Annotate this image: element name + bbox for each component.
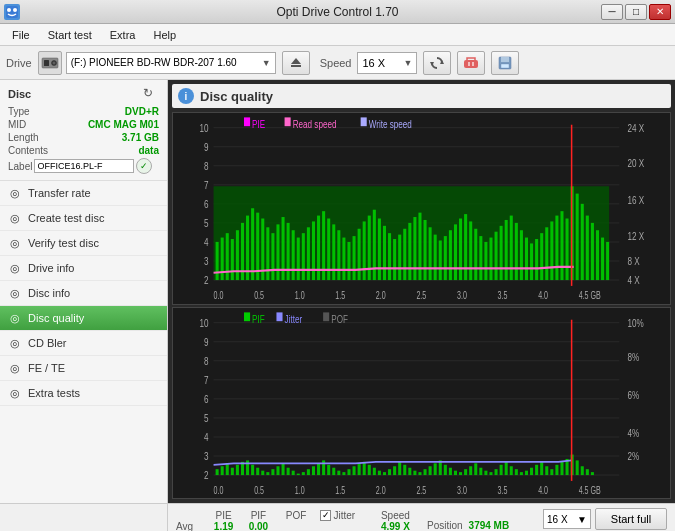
svg-rect-228 [550,469,553,475]
svg-rect-230 [560,461,563,474]
disc-refresh-button[interactable]: ↻ [143,86,159,102]
svg-rect-90 [454,224,457,280]
disc-length-label: Length [8,132,39,143]
svg-rect-134 [285,117,291,126]
sidebar-item-fe-te[interactable]: ◎ FE / TE [0,356,167,381]
svg-rect-200 [408,467,411,474]
svg-rect-194 [378,470,381,474]
sidebar-item-disc-quality[interactable]: ◎ Disc quality [0,306,167,331]
svg-rect-189 [353,466,356,475]
svg-rect-191 [363,461,366,474]
pie-column-header: PIE [206,510,241,521]
chart2-wrapper: 10 9 8 7 6 5 4 3 2 10% 8% 6% 4% 2% [172,307,671,500]
svg-text:0.0: 0.0 [214,290,224,302]
sidebar-item-disc-info[interactable]: ◎ Disc info [0,281,167,306]
svg-rect-45 [226,233,229,280]
svg-text:4%: 4% [627,426,639,439]
svg-rect-102 [515,223,518,280]
disc-label-input[interactable] [34,159,134,173]
speed-dropdown[interactable]: 16 X ▼ [357,52,417,74]
sidebar-item-transfer-rate[interactable]: ◎ Transfer rate [0,181,167,206]
svg-rect-185 [332,467,335,474]
svg-rect-116 [586,216,589,280]
speed-label: Speed [320,57,352,69]
svg-text:4: 4 [204,236,209,249]
close-button[interactable]: ✕ [649,4,671,20]
disc-contents-label: Contents [8,145,48,156]
svg-rect-55 [276,224,279,280]
svg-rect-99 [500,226,503,280]
extra-tests-icon: ◎ [8,386,22,400]
erase-button[interactable] [457,51,485,75]
svg-rect-169 [251,464,254,474]
svg-rect-111 [560,211,563,280]
svg-rect-225 [535,464,538,474]
drive-label: Drive [6,57,32,69]
svg-rect-188 [347,469,350,475]
svg-text:6%: 6% [627,388,639,401]
svg-text:4: 4 [204,430,209,443]
sidebar-item-label: Disc info [28,287,70,299]
svg-rect-177 [292,470,295,474]
sidebar-item-verify-test-disc[interactable]: ◎ Verify test disc [0,231,167,256]
minimize-button[interactable]: ─ [601,4,623,20]
svg-text:4.0: 4.0 [538,290,548,302]
svg-text:2.5: 2.5 [416,290,426,302]
sidebar-item-create-test-disc[interactable]: ◎ Create test disc [0,206,167,231]
svg-rect-86 [434,235,437,280]
svg-rect-217 [495,469,498,475]
svg-rect-118 [596,230,599,280]
start-full-button[interactable]: Start full [595,508,667,530]
refresh-button[interactable] [423,51,451,75]
svg-text:Read speed: Read speed [293,117,337,130]
menu-file[interactable]: File [4,27,38,43]
svg-rect-179 [302,472,305,475]
position-value: 3794 MB [469,520,510,531]
svg-text:PIF: PIF [252,312,265,325]
drive-select: (F:) PIONEER BD-RW BDR-207 1.60 ▼ [38,51,276,75]
svg-rect-250 [276,312,282,321]
menu-help[interactable]: Help [145,27,184,43]
speed-select-value: 16 X [547,514,568,525]
svg-rect-203 [424,469,427,475]
svg-text:Jitter: Jitter [285,312,303,325]
window-controls[interactable]: ─ □ ✕ [601,4,671,20]
disc-label-button[interactable]: ✓ [136,158,152,174]
svg-rect-107 [540,233,543,280]
menu-extra[interactable]: Extra [102,27,144,43]
eject-button[interactable] [282,51,310,75]
svg-text:6: 6 [204,198,209,211]
svg-rect-112 [566,219,569,281]
transfer-rate-icon: ◎ [8,186,22,200]
sidebar: Disc ↻ Type DVD+R MID CMC MAG M01 Length… [0,80,168,503]
sidebar-item-cd-bler[interactable]: ◎ CD Bler [0,331,167,356]
create-test-disc-icon: ◎ [8,211,22,225]
svg-rect-70 [353,236,356,280]
maximize-button[interactable]: □ [625,4,647,20]
svg-rect-132 [244,117,250,126]
drive-icon [38,51,62,75]
svg-rect-171 [261,470,264,474]
svg-rect-164 [226,463,229,475]
drive-info-icon: ◎ [8,261,22,275]
svg-rect-182 [317,463,320,475]
svg-rect-208 [449,467,452,474]
content-area: i Disc quality [168,80,675,503]
svg-rect-103 [520,230,523,280]
svg-rect-178 [297,473,300,474]
svg-text:8: 8 [204,354,209,367]
drive-dropdown[interactable]: (F:) PIONEER BD-RW BDR-207 1.60 ▼ [66,52,276,74]
menu-start-test[interactable]: Start test [40,27,100,43]
svg-rect-75 [378,219,381,281]
jitter-checkbox[interactable]: ✓ [320,510,331,521]
svg-rect-97 [489,238,492,280]
sidebar-item-extra-tests[interactable]: ◎ Extra tests [0,381,167,406]
svg-rect-91 [459,219,462,281]
main-area: Disc ↻ Type DVD+R MID CMC MAG M01 Length… [0,80,675,503]
svg-rect-186 [337,470,340,474]
sidebar-item-drive-info[interactable]: ◎ Drive info [0,256,167,281]
svg-rect-192 [368,464,371,474]
speed-select-dropdown[interactable]: 16 X ▼ [543,509,591,529]
svg-rect-213 [474,463,477,475]
save-button[interactable] [491,51,519,75]
